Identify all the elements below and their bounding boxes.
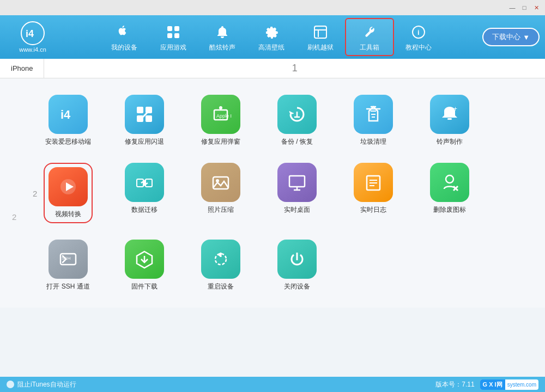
- svg-text:+: +: [453, 105, 457, 113]
- data-migrate-icon: [125, 163, 164, 202]
- delete-icons-label: 删除废图标: [433, 205, 466, 215]
- fix-popup-icon: Apple ID: [201, 95, 240, 134]
- status-bar: 阻止iTunes自动运行 版本号：7.11 G X I网 system.com: [0, 377, 545, 392]
- firmware-label: 固件下载: [131, 282, 158, 291]
- reboot-label: 重启设备: [208, 282, 234, 291]
- svg-text:i4: i4: [60, 108, 71, 121]
- nav-tutorials-label: 教程中心: [405, 43, 432, 52]
- tool-fix-crash[interactable]: 修复应用闪退: [120, 95, 169, 146]
- tools-row-2: 2 视频转换: [33, 163, 512, 223]
- video-convert-label: 视频转换: [55, 210, 81, 219]
- realtime-log-icon: [354, 163, 393, 202]
- junk-clean-icon: [354, 95, 393, 134]
- nav-tutorials[interactable]: i 教程中心: [394, 18, 443, 56]
- svg-point-38: [446, 175, 453, 183]
- tools-row-3: SSH 打开 SSH 通道 固件下载: [33, 240, 512, 291]
- tool-ssh[interactable]: SSH 打开 SSH 通道: [44, 240, 93, 291]
- data-migrate-label: 数据迁移: [131, 205, 158, 215]
- nav-my-device[interactable]: 我的设备: [100, 18, 149, 56]
- backup-icon: [277, 95, 317, 134]
- nav-my-device-label: 我的设备: [111, 43, 137, 52]
- tool-firmware[interactable]: 固件下载: [120, 240, 169, 291]
- tool-reboot[interactable]: 重启设备: [196, 240, 245, 291]
- box-icon: [311, 22, 330, 42]
- video-convert-icon: [49, 167, 88, 206]
- wrench-icon: [360, 22, 379, 42]
- apple-icon: [114, 22, 134, 42]
- minimize-button[interactable]: —: [508, 4, 517, 11]
- ssh-label: 打开 SSH 通道: [46, 282, 89, 291]
- nav-toolbox-label: 工具箱: [360, 43, 379, 52]
- gear-icon: [262, 22, 281, 42]
- ringtone-icon: +: [430, 95, 469, 134]
- tool-shutdown[interactable]: 关闭设备: [272, 240, 322, 291]
- nav-wallpapers-label: 高清壁纸: [258, 43, 284, 52]
- iphone-tab[interactable]: iPhone: [0, 59, 44, 78]
- close-button[interactable]: ✕: [532, 4, 541, 11]
- photo-compress-label: 照片压缩: [208, 205, 234, 215]
- nav-apps-games[interactable]: 应用游戏: [149, 18, 198, 56]
- tool-realtime-log[interactable]: 实时日志: [349, 163, 398, 215]
- shutdown-label: 关闭设备: [284, 282, 310, 291]
- tool-delete-icons[interactable]: 删除废图标: [425, 163, 474, 215]
- junk-clean-label: 垃圾清理: [360, 137, 386, 146]
- page-number: 1: [44, 63, 545, 74]
- tool-video-convert[interactable]: 视频转换: [44, 163, 93, 223]
- version-text: 版本号：7.11: [435, 380, 474, 389]
- svg-rect-9: [137, 107, 143, 113]
- nav-toolbox[interactable]: 工具箱: [345, 18, 394, 56]
- fix-popup-label: 修复应用弹窗: [201, 137, 240, 146]
- tool-backup[interactable]: 备份 / 恢复: [272, 95, 322, 146]
- tool-junk-clean[interactable]: 垃圾清理: [349, 95, 398, 146]
- nav-ringtones[interactable]: 酷炫铃声: [198, 18, 247, 56]
- firmware-icon: [125, 240, 164, 279]
- logo-circle: i4: [21, 21, 45, 45]
- tool-realtime-desktop[interactable]: 实时桌面: [272, 163, 322, 215]
- apps-icon: [164, 22, 183, 42]
- realtime-desktop-label: 实时桌面: [284, 205, 310, 215]
- tool-install-aide[interactable]: i4 安装爱思移动端: [44, 95, 93, 146]
- svg-rect-12: [146, 115, 152, 122]
- delete-icons-icon: [430, 163, 469, 202]
- status-text: 阻止iTunes自动运行: [17, 380, 76, 389]
- info-icon: i: [409, 22, 428, 42]
- svg-rect-23: [447, 118, 452, 120]
- reboot-icon: [201, 240, 240, 279]
- bell-icon: [213, 22, 232, 42]
- status-indicator: [7, 381, 14, 388]
- row2-number: 2: [12, 212, 16, 222]
- ringtone-label: 铃声制作: [437, 137, 463, 146]
- status-left: 阻止iTunes自动运行: [7, 380, 76, 389]
- tool-ringtone[interactable]: + 铃声制作: [425, 95, 474, 146]
- nav-ringtones-label: 酷炫铃声: [209, 43, 235, 52]
- svg-text:i: i: [417, 28, 420, 36]
- tool-photo-compress[interactable]: 照片压缩: [196, 163, 245, 215]
- svg-rect-29: [213, 177, 228, 189]
- logo-area[interactable]: i4 www.i4.cn: [5, 21, 60, 53]
- nav-jailbreak[interactable]: 刷机越狱: [296, 18, 345, 56]
- download-label: 下载中心: [492, 32, 520, 42]
- header: i4 www.i4.cn 我的设备 应用游戏: [0, 15, 545, 59]
- svg-rect-3: [167, 33, 172, 38]
- tool-fix-popup[interactable]: Apple ID 修复应用弹窗: [196, 95, 245, 146]
- nav-jailbreak-label: 刷机越狱: [307, 43, 334, 52]
- backup-label: 备份 / 恢复: [281, 137, 313, 146]
- svg-rect-5: [314, 26, 326, 38]
- install-aide-icon: i4: [49, 95, 88, 134]
- nav-items: 我的设备 应用游戏 酷炫铃声: [60, 18, 482, 56]
- tool-data-migrate[interactable]: 数据迁移: [120, 163, 169, 215]
- svg-point-16: [219, 106, 222, 109]
- realtime-desktop-icon: [277, 163, 317, 202]
- install-aide-label: 安装爱思移动端: [45, 137, 91, 146]
- nav-apps-label: 应用游戏: [160, 43, 186, 52]
- maximize-button[interactable]: □: [520, 4, 529, 11]
- status-right: 版本号：7.11 G X I网 system.com: [435, 379, 538, 390]
- download-button[interactable]: 下载中心 ▼: [482, 28, 540, 46]
- fix-crash-icon: [125, 95, 164, 134]
- nav-wallpapers[interactable]: 高清壁纸: [247, 18, 296, 56]
- row-2-label: 2: [33, 188, 37, 198]
- svg-rect-1: [167, 26, 172, 31]
- sub-header: iPhone 1: [0, 59, 545, 78]
- svg-rect-4: [174, 33, 179, 38]
- main-content: i4 安装爱思移动端 修复应用闪退: [0, 78, 545, 308]
